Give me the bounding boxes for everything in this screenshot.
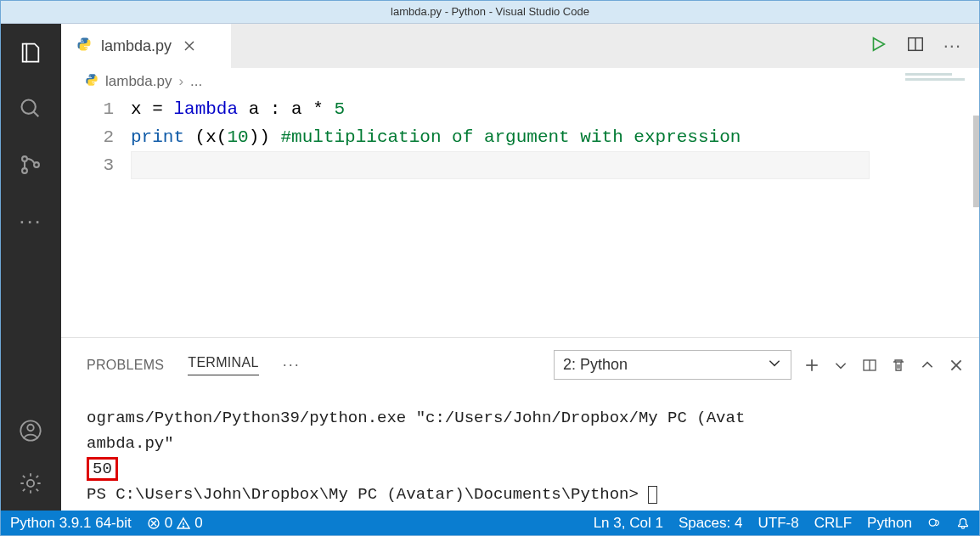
terminal-line: ambda.py" [87,431,965,456]
language-mode[interactable]: Python [867,515,912,532]
split-editor-icon[interactable] [906,35,925,57]
terminal-dropdown-icon[interactable] [832,357,849,374]
code-content: print (x(10)) #multiplication of argumen… [131,123,741,151]
eol[interactable]: CRLF [814,515,852,532]
terminal-tab[interactable]: Terminal [188,355,258,375]
svg-point-26 [929,519,936,526]
run-icon[interactable] [869,35,887,57]
breadcrumb[interactable]: lambda.py › ... [61,68,980,95]
maximize-panel-icon[interactable] [919,357,936,374]
panel: Problems Terminal ··· 2: Python [61,337,980,516]
status-bar: Python 3.9.1 64-bit 0 0 Ln 3, Col 1 Spac… [0,511,980,536]
svg-point-25 [183,526,184,527]
explorer-icon[interactable] [17,39,44,66]
terminal-cursor [648,486,657,504]
code-content [131,151,870,179]
close-panel-icon[interactable] [948,357,965,374]
breadcrumb-file: lambda.py [105,73,172,90]
svg-point-7 [27,480,34,487]
code-content: x = lambda a : a * 5 [131,95,345,123]
settings-gear-icon[interactable] [17,470,44,497]
tabs-row: lambda.py ··· [61,24,980,68]
code-line: 3 [102,151,980,179]
source-control-icon[interactable] [17,151,44,178]
indentation[interactable]: Spaces: 4 [679,515,743,532]
tab-filename: lambda.py [101,37,172,55]
feedback-icon[interactable] [927,516,941,530]
editor-area: lambda.py ··· lambda.py › ... [61,24,980,516]
breadcrumb-more: ... [190,73,202,90]
kill-terminal-icon[interactable] [890,357,907,374]
terminal-selector-value: 2: Python [563,356,628,374]
encoding[interactable]: UTF-8 [758,515,798,532]
code-editor[interactable]: 1 x = lambda a : a * 5 2 print (x(10)) #… [61,95,980,179]
line-number: 2 [102,123,131,151]
terminal-output[interactable]: ograms/Python/Python39/python.exe "c:/Us… [87,380,965,507]
tab-close-icon[interactable] [181,37,198,54]
python-file-icon [85,73,99,91]
panel-more-icon[interactable]: ··· [283,356,301,374]
terminal-line: ograms/Python/Python39/python.exe "c:/Us… [87,405,965,431]
highlighted-output: 50 [87,457,118,481]
cursor-position[interactable]: Ln 3, Col 1 [594,515,663,532]
problems-status[interactable]: 0 0 [147,515,203,532]
svg-line-1 [34,112,39,117]
new-terminal-icon[interactable] [803,357,820,374]
split-terminal-icon[interactable] [861,357,878,374]
line-number: 1 [102,95,131,123]
more-icon[interactable]: ··· [17,207,44,234]
window-title: lambda.py - Python - Visual Studio Code [391,5,589,18]
svg-point-2 [22,156,27,161]
svg-point-4 [34,162,39,167]
code-line: 1 x = lambda a : a * 5 [102,95,980,123]
code-line: 2 print (x(10)) #multiplication of argum… [102,123,980,151]
search-icon[interactable] [17,95,44,122]
title-bar: lambda.py - Python - Visual Studio Code [0,0,980,24]
chevron-right-icon: › [178,73,183,90]
svg-point-6 [27,425,33,431]
editor-more-icon[interactable]: ··· [943,35,961,57]
account-icon[interactable] [17,417,44,444]
problems-tab[interactable]: Problems [87,358,164,373]
terminal-line: PS C:\Users\John\Dropbox\My PC (Avatar)\… [87,482,965,507]
terminal-line: 50 [87,456,965,482]
terminal-selector[interactable]: 2: Python [554,350,791,380]
activity-bar: ··· [0,24,61,516]
notifications-icon[interactable] [956,516,970,530]
line-number: 3 [102,151,131,179]
chevron-down-icon [767,355,782,375]
minimap[interactable] [905,73,973,124]
svg-marker-10 [873,38,884,51]
python-file-icon [76,37,92,56]
editor-tab[interactable]: lambda.py [61,24,231,68]
python-interpreter[interactable]: Python 3.9.1 64-bit [10,515,132,532]
svg-point-0 [22,100,36,114]
minimap-slider[interactable] [973,116,980,207]
svg-point-3 [22,168,27,173]
